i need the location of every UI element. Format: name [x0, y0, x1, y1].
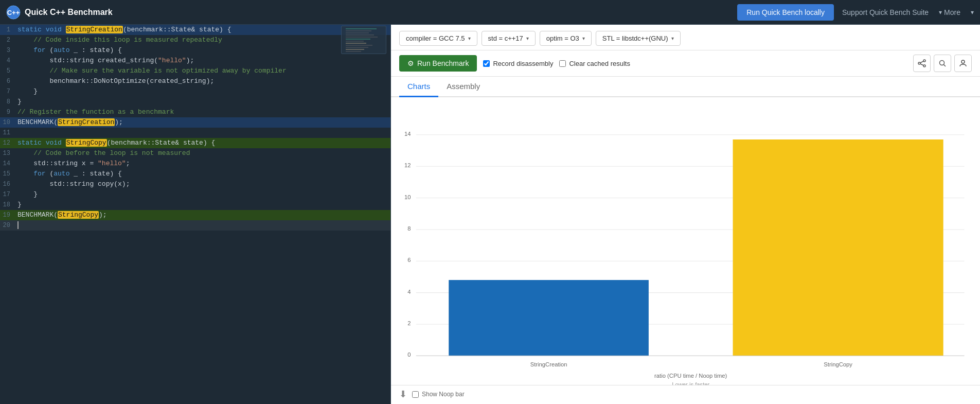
bar-string-creation	[449, 280, 649, 356]
table-row: 12 static void StringCopy(benchmark::Sta…	[0, 138, 390, 148]
optim-dropdown-arrow: ▾	[582, 36, 585, 41]
svg-point-16	[923, 65, 925, 67]
svg-text:12: 12	[404, 162, 411, 168]
table-row: 4 std::string created_string("hello");	[0, 56, 390, 66]
svg-rect-7	[346, 39, 370, 40]
svg-text:StringCopy: StringCopy	[824, 361, 852, 367]
table-row: 5 // Make sure the variable is not optim…	[0, 66, 390, 76]
header: C++ Quick C++ Benchmark Run Quick Bench …	[0, 0, 980, 25]
table-row: 3 for (auto _ : state) {	[0, 45, 390, 56]
table-row: 20	[0, 220, 390, 231]
chart-footer: ⬇ Show Noop bar	[391, 385, 980, 404]
bar-string-copy	[733, 139, 943, 356]
code-panel: 1 static void StringCreation(benchmark::…	[0, 25, 391, 404]
table-row: 16 std::string copy(x);	[0, 179, 390, 189]
svg-text:2: 2	[407, 320, 411, 326]
benchmark-chart: 0 2 4 6 8 10 12 14 StringC	[396, 102, 975, 385]
table-row: 9 // Register the function as a benchmar…	[0, 107, 390, 117]
main-layout: 1 static void StringCreation(benchmark::…	[0, 25, 980, 404]
chart-area: 0 2 4 6 8 10 12 14 StringC	[391, 97, 980, 385]
table-row: 2 // Code inside this loop is measured r…	[0, 35, 390, 45]
logo-icon: C++	[6, 5, 21, 20]
stl-dropdown[interactable]: STL = libstdc++(GNU) ▾	[596, 31, 681, 46]
svg-text:StringCreation: StringCreation	[530, 361, 567, 367]
tabs-row: Charts Assembly	[391, 77, 980, 97]
table-row: 14 std::string x = "hello";	[0, 159, 390, 169]
search-icon	[938, 59, 947, 67]
svg-point-14	[923, 60, 925, 62]
logo: C++ Quick C++ Benchmark	[6, 5, 113, 20]
clear-cache-label[interactable]: Clear cached results	[559, 60, 630, 67]
controls-row: compiler = GCC 7.5 ▾ std = c++17 ▾ optim…	[391, 25, 980, 50]
svg-point-15	[918, 62, 920, 64]
run-local-button[interactable]: Run Quick Bench locally	[737, 4, 834, 21]
svg-rect-6	[346, 37, 378, 38]
app-title: Quick C++ Benchmark	[25, 8, 113, 17]
std-dropdown[interactable]: std = c++17 ▾	[482, 31, 536, 46]
compiler-dropdown[interactable]: compiler = GCC 7.5 ▾	[399, 31, 477, 46]
table-row: 1 static void StringCreation(benchmark::…	[0, 25, 390, 35]
svg-text:ratio (CPU time / Noop time): ratio (CPU time / Noop time)	[654, 373, 727, 379]
stl-dropdown-arrow: ▾	[671, 36, 674, 41]
svg-text:4: 4	[407, 289, 411, 295]
record-assembly-label[interactable]: Record disassembly	[483, 60, 553, 67]
run-row: ⚙ Run Benchmark Record disassembly Clear…	[391, 50, 980, 77]
svg-line-17	[920, 61, 923, 63]
minimap	[341, 26, 386, 54]
svg-text:C++: C++	[7, 9, 20, 16]
code-editor[interactable]: 1 static void StringCreation(benchmark::…	[0, 25, 390, 404]
tab-assembly[interactable]: Assembly	[438, 77, 488, 97]
table-row: 18 }	[0, 200, 390, 210]
toolbar-icons	[913, 55, 972, 72]
support-link[interactable]: Support Quick Bench Suite	[842, 8, 929, 16]
std-dropdown-arrow: ▾	[526, 36, 529, 41]
share-icon	[918, 59, 926, 67]
tab-charts[interactable]: Charts	[399, 77, 438, 97]
svg-text:6: 6	[407, 257, 411, 263]
table-row: 10 BENCHMARK(StringCreation);	[0, 117, 390, 128]
table-row: 6 benchmark::DoNotOptimize(created_strin…	[0, 76, 390, 86]
svg-text:10: 10	[404, 194, 411, 200]
svg-rect-3	[346, 30, 371, 31]
svg-text:Lower is faster: Lower is faster	[672, 381, 709, 385]
svg-rect-5	[346, 34, 374, 36]
noop-bar-label[interactable]: Show Noop bar	[412, 391, 465, 398]
show-noop-checkbox[interactable]	[412, 391, 419, 398]
table-row: 15 for (auto _ : state) {	[0, 169, 390, 179]
svg-point-21	[961, 60, 965, 63]
download-icon[interactable]: ⬇	[399, 389, 407, 400]
share-button[interactable]	[913, 55, 931, 72]
svg-line-18	[920, 64, 923, 65]
svg-line-20	[944, 65, 946, 67]
clear-cache-checkbox[interactable]	[559, 60, 566, 67]
svg-rect-13	[346, 51, 361, 52]
svg-text:0: 0	[407, 352, 411, 358]
svg-text:14: 14	[404, 131, 411, 137]
profile-button[interactable]	[954, 55, 972, 72]
table-row: 7 }	[0, 86, 390, 97]
more-link[interactable]: More	[944, 8, 960, 16]
compiler-dropdown-arrow: ▾	[468, 36, 471, 41]
run-icon: ⚙	[407, 59, 414, 67]
table-row: 19 BENCHMARK(StringCopy);	[0, 210, 390, 220]
profile-icon	[959, 59, 967, 67]
svg-rect-2	[346, 28, 377, 29]
record-assembly-checkbox[interactable]	[483, 60, 490, 67]
table-row: 11	[0, 128, 390, 138]
svg-rect-10	[346, 45, 372, 46]
table-row: 17 }	[0, 189, 390, 200]
svg-rect-12	[346, 49, 364, 50]
svg-rect-11	[346, 47, 368, 48]
svg-rect-4	[346, 32, 369, 33]
table-row: 13 // Code before the loop is not measur…	[0, 148, 390, 159]
run-benchmark-button[interactable]: ⚙ Run Benchmark	[399, 55, 477, 72]
svg-rect-9	[346, 43, 366, 44]
table-row: 8 }	[0, 97, 390, 107]
svg-point-19	[940, 61, 945, 65]
optim-dropdown[interactable]: optim = O3 ▾	[540, 31, 592, 46]
search-button[interactable]	[934, 55, 951, 72]
right-panel: compiler = GCC 7.5 ▾ std = c++17 ▾ optim…	[391, 25, 980, 404]
svg-text:8: 8	[407, 225, 411, 232]
svg-rect-8	[346, 41, 364, 42]
